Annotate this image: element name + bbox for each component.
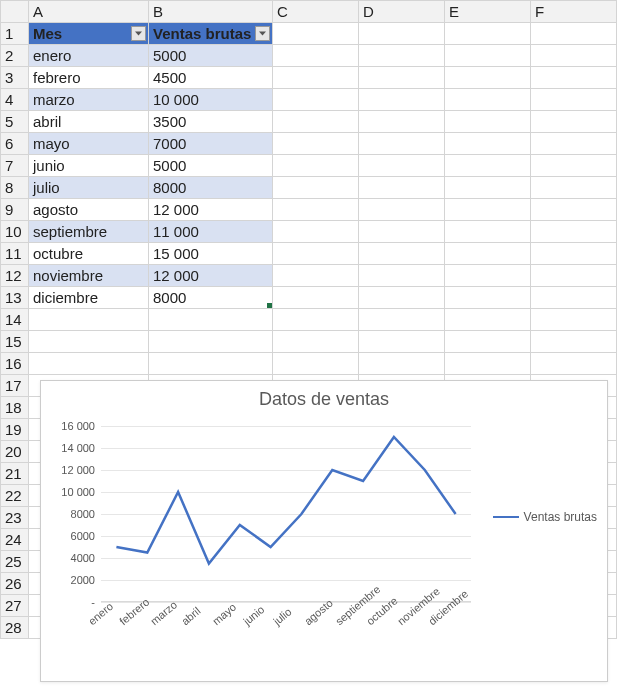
- cell-ventas[interactable]: 11 000: [149, 221, 273, 243]
- cell[interactable]: [273, 331, 359, 353]
- cell[interactable]: [29, 331, 149, 353]
- row-header-23[interactable]: 23: [1, 507, 29, 529]
- row-header-18[interactable]: 18: [1, 397, 29, 419]
- cell-mes[interactable]: agosto: [29, 199, 149, 221]
- corner-cell[interactable]: [1, 1, 29, 23]
- fill-handle[interactable]: [267, 303, 272, 308]
- cell[interactable]: [273, 67, 359, 89]
- row-header-10[interactable]: 10: [1, 221, 29, 243]
- cell[interactable]: [445, 45, 531, 67]
- col-header-d[interactable]: D: [359, 1, 445, 23]
- cell[interactable]: [359, 133, 445, 155]
- row-header-17[interactable]: 17: [1, 375, 29, 397]
- cell[interactable]: [359, 177, 445, 199]
- row-header-5[interactable]: 5: [1, 111, 29, 133]
- cell-mes[interactable]: septiembre: [29, 221, 149, 243]
- row-header-9[interactable]: 9: [1, 199, 29, 221]
- cell[interactable]: [531, 199, 617, 221]
- cell[interactable]: [445, 177, 531, 199]
- cell[interactable]: [359, 23, 445, 45]
- row-header-21[interactable]: 21: [1, 463, 29, 485]
- row-header-8[interactable]: 8: [1, 177, 29, 199]
- cell[interactable]: [445, 287, 531, 309]
- cell[interactable]: [273, 111, 359, 133]
- cell[interactable]: [273, 221, 359, 243]
- row-header-22[interactable]: 22: [1, 485, 29, 507]
- row-header-7[interactable]: 7: [1, 155, 29, 177]
- cell-ventas[interactable]: 10 000: [149, 89, 273, 111]
- cell[interactable]: [445, 199, 531, 221]
- cell[interactable]: [359, 221, 445, 243]
- row-header-4[interactable]: 4: [1, 89, 29, 111]
- cell-mes[interactable]: abril: [29, 111, 149, 133]
- cell[interactable]: [273, 309, 359, 331]
- cell[interactable]: [359, 111, 445, 133]
- cell[interactable]: [531, 243, 617, 265]
- table-header-mes[interactable]: Mes: [29, 23, 149, 45]
- row-header-12[interactable]: 12: [1, 265, 29, 287]
- row-header-11[interactable]: 11: [1, 243, 29, 265]
- row-header-26[interactable]: 26: [1, 573, 29, 595]
- cell[interactable]: [445, 353, 531, 375]
- cell[interactable]: [273, 353, 359, 375]
- row-header-20[interactable]: 20: [1, 441, 29, 463]
- cell[interactable]: [531, 287, 617, 309]
- cell-ventas[interactable]: 8000: [149, 177, 273, 199]
- cell-ventas[interactable]: 12 000: [149, 265, 273, 287]
- filter-dropdown-icon[interactable]: [255, 26, 270, 41]
- cell[interactable]: [273, 133, 359, 155]
- cell[interactable]: [273, 23, 359, 45]
- row-header-13[interactable]: 13: [1, 287, 29, 309]
- cell[interactable]: [445, 67, 531, 89]
- chart-object[interactable]: Datos de ventas 16 00014 00012 00010 000…: [40, 380, 608, 682]
- cell-mes[interactable]: mayo: [29, 133, 149, 155]
- cell[interactable]: [531, 89, 617, 111]
- cell-ventas[interactable]: 8000: [149, 287, 273, 309]
- cell-ventas[interactable]: 7000: [149, 133, 273, 155]
- cell[interactable]: [273, 89, 359, 111]
- cell[interactable]: [359, 287, 445, 309]
- row-header-27[interactable]: 27: [1, 595, 29, 617]
- cell[interactable]: [445, 23, 531, 45]
- cell[interactable]: [531, 111, 617, 133]
- cell[interactable]: [273, 199, 359, 221]
- cell-ventas[interactable]: 12 000: [149, 199, 273, 221]
- cell-mes[interactable]: junio: [29, 155, 149, 177]
- row-header-16[interactable]: 16: [1, 353, 29, 375]
- cell[interactable]: [531, 67, 617, 89]
- filter-dropdown-icon[interactable]: [131, 26, 146, 41]
- cell-mes[interactable]: febrero: [29, 67, 149, 89]
- row-header-28[interactable]: 28: [1, 617, 29, 639]
- cell[interactable]: [531, 23, 617, 45]
- cell[interactable]: [273, 155, 359, 177]
- cell-ventas[interactable]: 4500: [149, 67, 273, 89]
- cell[interactable]: [359, 309, 445, 331]
- cell[interactable]: [29, 353, 149, 375]
- row-header-6[interactable]: 6: [1, 133, 29, 155]
- cell-ventas[interactable]: 3500: [149, 111, 273, 133]
- cell[interactable]: [149, 331, 273, 353]
- col-header-f[interactable]: F: [531, 1, 617, 23]
- row-header-25[interactable]: 25: [1, 551, 29, 573]
- table-header-ventas[interactable]: Ventas brutas: [149, 23, 273, 45]
- row-header-2[interactable]: 2: [1, 45, 29, 67]
- col-header-b[interactable]: B: [149, 1, 273, 23]
- cell[interactable]: [445, 243, 531, 265]
- cell[interactable]: [531, 133, 617, 155]
- cell[interactable]: [445, 331, 531, 353]
- cell[interactable]: [273, 243, 359, 265]
- cell[interactable]: [531, 177, 617, 199]
- cell[interactable]: [359, 199, 445, 221]
- cell[interactable]: [273, 265, 359, 287]
- cell[interactable]: [149, 309, 273, 331]
- cell[interactable]: [359, 67, 445, 89]
- cell-mes[interactable]: enero: [29, 45, 149, 67]
- cell[interactable]: [359, 45, 445, 67]
- cell-mes[interactable]: octubre: [29, 243, 149, 265]
- cell[interactable]: [359, 243, 445, 265]
- cell[interactable]: [445, 89, 531, 111]
- cell[interactable]: [445, 309, 531, 331]
- col-header-c[interactable]: C: [273, 1, 359, 23]
- row-header-24[interactable]: 24: [1, 529, 29, 551]
- cell[interactable]: [359, 89, 445, 111]
